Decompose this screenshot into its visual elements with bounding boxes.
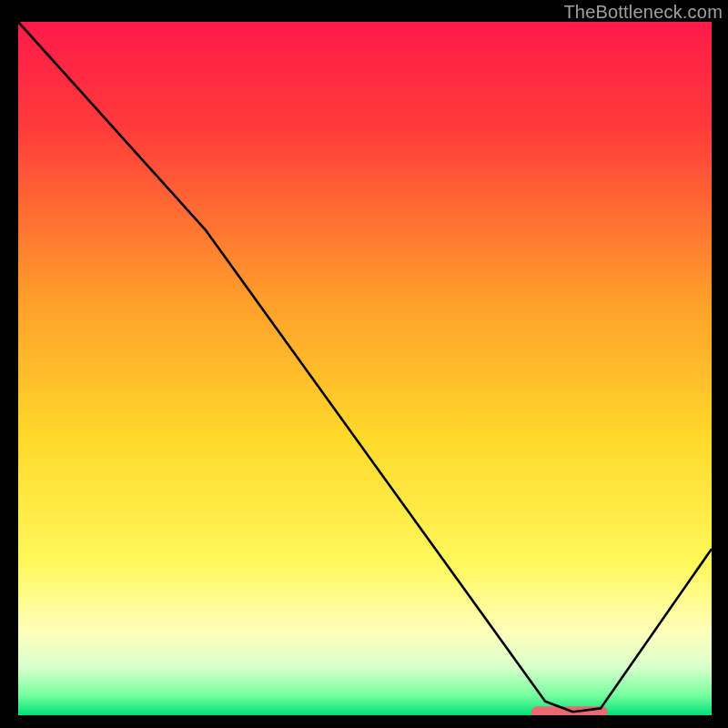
chart-container: TheBottleneck.com — [0, 0, 728, 728]
gradient-background — [18, 22, 712, 715]
chart-svg — [18, 22, 712, 715]
watermark-text: TheBottleneck.com — [563, 2, 723, 23]
plot-area — [18, 22, 712, 715]
